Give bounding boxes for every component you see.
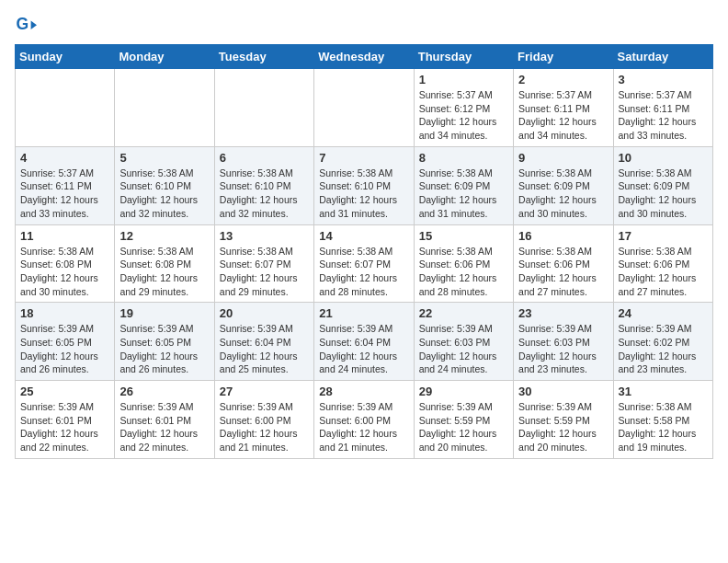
calendar: SundayMondayTuesdayWednesdayThursdayFrid… — [15, 44, 713, 459]
day-info: Sunrise: 5:39 AM Sunset: 6:01 PM Dayligh… — [20, 400, 109, 454]
day-info: Sunrise: 5:39 AM Sunset: 6:05 PM Dayligh… — [20, 322, 109, 376]
calendar-cell: 26Sunrise: 5:39 AM Sunset: 6:01 PM Dayli… — [115, 381, 214, 459]
day-number: 11 — [20, 229, 109, 243]
day-info: Sunrise: 5:38 AM Sunset: 6:08 PM Dayligh… — [119, 245, 209, 299]
day-info: Sunrise: 5:38 AM Sunset: 6:10 PM Dayligh… — [119, 167, 209, 221]
day-number: 26 — [119, 385, 209, 398]
calendar-cell: 28Sunrise: 5:39 AM Sunset: 6:00 PM Dayli… — [314, 381, 414, 459]
day-info: Sunrise: 5:38 AM Sunset: 6:09 PM Dayligh… — [518, 167, 608, 221]
calendar-cell: 29Sunrise: 5:39 AM Sunset: 5:59 PM Dayli… — [414, 381, 513, 459]
day-number: 8 — [419, 151, 508, 165]
calendar-header-row: SundayMondayTuesdayWednesdayThursdayFrid… — [16, 45, 713, 69]
calendar-cell: 2Sunrise: 5:37 AM Sunset: 6:11 PM Daylig… — [514, 69, 613, 147]
calendar-day-header: Saturday — [613, 45, 712, 69]
calendar-cell: 22Sunrise: 5:39 AM Sunset: 6:03 PM Dayli… — [414, 303, 513, 381]
day-info: Sunrise: 5:39 AM Sunset: 6:05 PM Dayligh… — [119, 322, 209, 376]
calendar-cell — [16, 69, 115, 147]
day-info: Sunrise: 5:39 AM Sunset: 6:01 PM Dayligh… — [119, 400, 209, 454]
day-info: Sunrise: 5:38 AM Sunset: 6:06 PM Dayligh… — [419, 245, 508, 299]
calendar-cell — [314, 69, 414, 147]
day-number: 31 — [619, 385, 708, 398]
calendar-cell — [115, 69, 214, 147]
calendar-cell: 3Sunrise: 5:37 AM Sunset: 6:11 PM Daylig… — [613, 69, 712, 147]
day-number: 19 — [119, 306, 209, 320]
calendar-cell: 5Sunrise: 5:38 AM Sunset: 6:10 PM Daylig… — [115, 146, 214, 224]
calendar-cell: 27Sunrise: 5:39 AM Sunset: 6:00 PM Dayli… — [214, 381, 313, 459]
svg-marker-1 — [31, 20, 37, 29]
day-number: 5 — [119, 151, 209, 165]
day-number: 10 — [619, 151, 708, 165]
calendar-week-row: 11Sunrise: 5:38 AM Sunset: 6:08 PM Dayli… — [16, 224, 713, 303]
day-info: Sunrise: 5:39 AM Sunset: 6:00 PM Dayligh… — [319, 400, 408, 454]
header: G — [15, 15, 713, 37]
day-info: Sunrise: 5:39 AM Sunset: 6:02 PM Dayligh… — [619, 322, 708, 376]
calendar-cell: 4Sunrise: 5:37 AM Sunset: 6:11 PM Daylig… — [16, 146, 115, 224]
day-number: 7 — [319, 151, 408, 165]
day-number: 30 — [518, 385, 608, 398]
day-number: 17 — [619, 229, 708, 243]
calendar-cell: 13Sunrise: 5:38 AM Sunset: 6:07 PM Dayli… — [214, 224, 313, 303]
day-number: 25 — [20, 385, 109, 398]
calendar-cell: 30Sunrise: 5:39 AM Sunset: 5:59 PM Dayli… — [514, 381, 613, 459]
day-number: 2 — [518, 73, 608, 86]
day-number: 1 — [419, 73, 508, 86]
day-info: Sunrise: 5:37 AM Sunset: 6:11 PM Dayligh… — [20, 167, 109, 221]
calendar-day-header: Sunday — [16, 45, 115, 69]
calendar-day-header: Wednesday — [314, 45, 414, 69]
calendar-week-row: 18Sunrise: 5:39 AM Sunset: 6:05 PM Dayli… — [16, 303, 713, 381]
calendar-cell: 19Sunrise: 5:39 AM Sunset: 6:05 PM Dayli… — [115, 303, 214, 381]
day-info: Sunrise: 5:38 AM Sunset: 6:09 PM Dayligh… — [619, 167, 708, 221]
day-info: Sunrise: 5:38 AM Sunset: 6:06 PM Dayligh… — [518, 245, 608, 299]
svg-text:G: G — [17, 15, 29, 33]
day-number: 18 — [20, 306, 109, 320]
calendar-cell: 6Sunrise: 5:38 AM Sunset: 6:10 PM Daylig… — [214, 146, 313, 224]
day-info: Sunrise: 5:39 AM Sunset: 5:59 PM Dayligh… — [518, 400, 608, 454]
calendar-cell: 9Sunrise: 5:38 AM Sunset: 6:09 PM Daylig… — [514, 146, 613, 224]
calendar-cell: 12Sunrise: 5:38 AM Sunset: 6:08 PM Dayli… — [115, 224, 214, 303]
day-info: Sunrise: 5:38 AM Sunset: 6:10 PM Dayligh… — [319, 167, 408, 221]
logo: G — [15, 15, 40, 37]
day-number: 28 — [319, 385, 408, 398]
calendar-cell: 11Sunrise: 5:38 AM Sunset: 6:08 PM Dayli… — [16, 224, 115, 303]
calendar-cell: 20Sunrise: 5:39 AM Sunset: 6:04 PM Dayli… — [214, 303, 313, 381]
day-number: 9 — [518, 151, 608, 165]
day-number: 24 — [619, 306, 708, 320]
calendar-cell: 8Sunrise: 5:38 AM Sunset: 6:09 PM Daylig… — [414, 146, 513, 224]
calendar-cell: 17Sunrise: 5:38 AM Sunset: 6:06 PM Dayli… — [613, 224, 712, 303]
calendar-cell: 25Sunrise: 5:39 AM Sunset: 6:01 PM Dayli… — [16, 381, 115, 459]
day-number: 6 — [220, 151, 309, 165]
calendar-cell: 15Sunrise: 5:38 AM Sunset: 6:06 PM Dayli… — [414, 224, 513, 303]
calendar-cell — [214, 69, 313, 147]
calendar-week-row: 4Sunrise: 5:37 AM Sunset: 6:11 PM Daylig… — [16, 146, 713, 224]
day-number: 3 — [619, 73, 708, 86]
calendar-week-row: 25Sunrise: 5:39 AM Sunset: 6:01 PM Dayli… — [16, 381, 713, 459]
day-info: Sunrise: 5:39 AM Sunset: 6:04 PM Dayligh… — [319, 322, 408, 376]
calendar-cell: 24Sunrise: 5:39 AM Sunset: 6:02 PM Dayli… — [613, 303, 712, 381]
calendar-cell: 14Sunrise: 5:38 AM Sunset: 6:07 PM Dayli… — [314, 224, 414, 303]
day-info: Sunrise: 5:39 AM Sunset: 6:00 PM Dayligh… — [220, 400, 309, 454]
calendar-body: 1Sunrise: 5:37 AM Sunset: 6:12 PM Daylig… — [16, 69, 713, 459]
day-info: Sunrise: 5:38 AM Sunset: 5:58 PM Dayligh… — [619, 400, 708, 454]
day-number: 22 — [419, 306, 508, 320]
day-info: Sunrise: 5:38 AM Sunset: 6:08 PM Dayligh… — [20, 245, 109, 299]
calendar-cell: 18Sunrise: 5:39 AM Sunset: 6:05 PM Dayli… — [16, 303, 115, 381]
day-info: Sunrise: 5:39 AM Sunset: 6:03 PM Dayligh… — [419, 322, 508, 376]
day-number: 14 — [319, 229, 408, 243]
day-info: Sunrise: 5:38 AM Sunset: 6:07 PM Dayligh… — [319, 245, 408, 299]
day-info: Sunrise: 5:38 AM Sunset: 6:06 PM Dayligh… — [619, 245, 708, 299]
day-number: 15 — [419, 229, 508, 243]
day-number: 21 — [319, 306, 408, 320]
day-info: Sunrise: 5:38 AM Sunset: 6:10 PM Dayligh… — [220, 167, 309, 221]
day-info: Sunrise: 5:37 AM Sunset: 6:11 PM Dayligh… — [619, 88, 708, 143]
calendar-day-header: Monday — [115, 45, 214, 69]
day-info: Sunrise: 5:39 AM Sunset: 6:04 PM Dayligh… — [220, 322, 309, 376]
day-number: 16 — [518, 229, 608, 243]
logo-icon: G — [15, 15, 37, 37]
calendar-day-header: Tuesday — [214, 45, 313, 69]
day-info: Sunrise: 5:37 AM Sunset: 6:12 PM Dayligh… — [419, 88, 508, 143]
calendar-cell: 21Sunrise: 5:39 AM Sunset: 6:04 PM Dayli… — [314, 303, 414, 381]
day-number: 13 — [220, 229, 309, 243]
calendar-cell: 23Sunrise: 5:39 AM Sunset: 6:03 PM Dayli… — [514, 303, 613, 381]
day-info: Sunrise: 5:38 AM Sunset: 6:07 PM Dayligh… — [220, 245, 309, 299]
calendar-cell: 10Sunrise: 5:38 AM Sunset: 6:09 PM Dayli… — [613, 146, 712, 224]
